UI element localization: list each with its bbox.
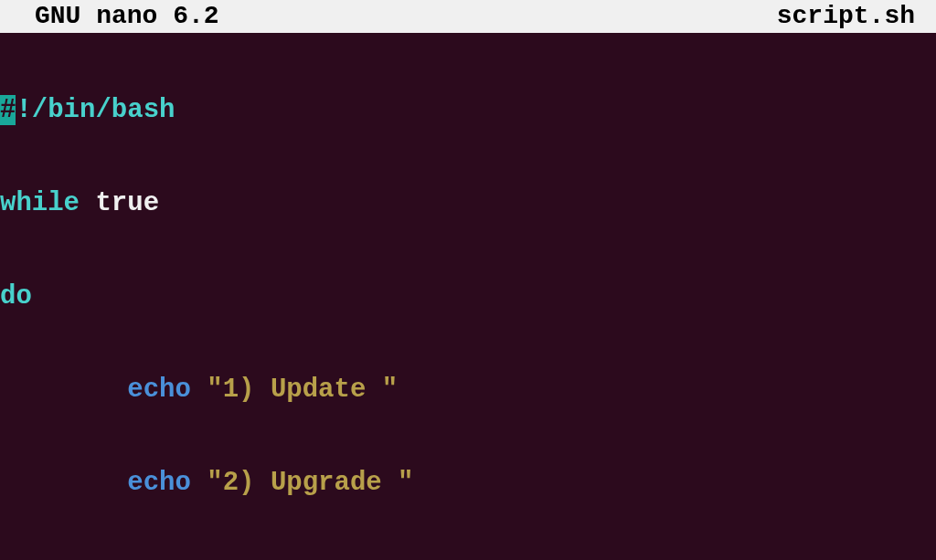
code-line: echo "1) Update " — [0, 375, 936, 406]
code-line: #!/bin/bash — [0, 95, 936, 126]
file-name: script.sh — [777, 2, 929, 31]
keyword-while: while — [0, 188, 80, 218]
title-bar: GNU nano 6.2 script.sh — [0, 0, 936, 33]
app-name: GNU nano 6.2 — [7, 2, 219, 31]
string-literal: "1) Update " — [207, 375, 398, 405]
code-line: echo "2) Upgrade " — [0, 468, 936, 499]
code-line: while true — [0, 188, 936, 219]
literal-true: true — [95, 188, 159, 218]
string-literal: "2) Upgrade " — [207, 468, 413, 498]
keyword-echo: echo — [127, 468, 191, 498]
shebang-text: !/bin/bash — [16, 95, 175, 125]
keyword-do: do — [0, 281, 32, 312]
editor-area[interactable]: #!/bin/bash while true do echo "1) Updat… — [0, 33, 936, 560]
keyword-echo: echo — [127, 375, 191, 405]
code-line: do — [0, 281, 936, 312]
cursor: # — [0, 95, 16, 125]
